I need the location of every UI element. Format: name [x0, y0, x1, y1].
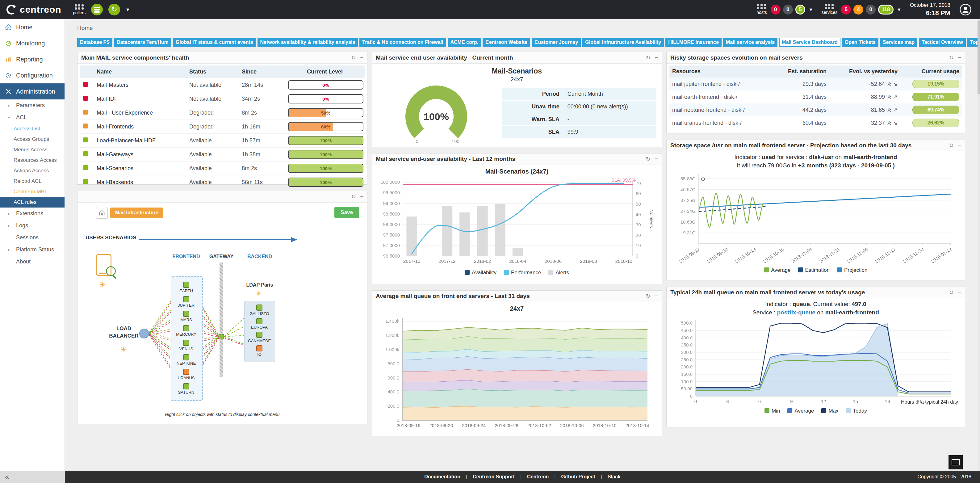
poller-refresh-icon[interactable]: ↻	[108, 4, 120, 16]
table-row[interactable]: Mail-IDFNot available34m 2s0%	[80, 92, 364, 106]
diagram-node-jupiter[interactable]: JUPITER	[174, 296, 199, 308]
refresh-icon[interactable]: ↻	[351, 193, 356, 200]
sidebar-collapse-bar[interactable]: «	[0, 471, 65, 483]
mail-infrastructure-button[interactable]: Mail Infrastructure	[110, 207, 163, 218]
breadcrumb[interactable]: Home	[65, 19, 980, 33]
collapse-icon[interactable]: −	[655, 293, 658, 300]
tab-mail-service-dashboard[interactable]: Mail Service Dashboard	[779, 38, 840, 47]
refresh-icon[interactable]: ↻	[646, 156, 650, 163]
diagram-node-europa[interactable]: EUROPA	[247, 318, 272, 330]
sidebar-item-administration[interactable]: Administration	[0, 83, 65, 99]
collapse-icon[interactable]: −	[958, 142, 961, 149]
refresh-icon[interactable]: ↻	[949, 289, 953, 296]
footer-link-slack[interactable]: Slack	[608, 474, 620, 480]
footer-link-centreon[interactable]: Centreon	[527, 474, 549, 480]
tab-global-it-status-current-events[interactable]: Global IT status & current events	[173, 38, 256, 47]
pollers-dropdown-icon[interactable]: ▾	[126, 6, 129, 13]
table-row[interactable]: mail-earth-frontend - disk-/31.4 days88.…	[669, 91, 963, 104]
sidebar-item-extensions[interactable]: ▸Extensions	[0, 207, 65, 220]
sidebar-item-sessions[interactable]: Sessions	[0, 232, 65, 244]
services-icon[interactable]: services	[822, 4, 837, 15]
sidebar-item-monitoring[interactable]: Monitoring	[0, 35, 65, 51]
table-row[interactable]: mail-jupiter-frontend - disk-/29.3 days-…	[669, 78, 963, 91]
tab-customer-journey[interactable]: Customer Journey	[532, 38, 581, 47]
status-badge[interactable]: 0	[866, 5, 876, 14]
collapse-icon[interactable]: −	[958, 289, 961, 296]
load-balancer-node[interactable]	[139, 328, 149, 338]
diagram-node-gallisto[interactable]: GALLISTO	[247, 304, 272, 316]
sidebar-item-access-groups[interactable]: Access Groups	[0, 134, 65, 145]
table-row[interactable]: mail-uranus-frontend - disk-/60.4 days-3…	[669, 116, 963, 129]
collapse-sidebar-icon[interactable]: «	[5, 472, 9, 481]
tab-hillmore-insurance[interactable]: HILLMORE Insurance	[665, 38, 722, 47]
user-profile-icon[interactable]	[959, 4, 971, 16]
tab-open-tickets[interactable]: Open Tickets	[842, 38, 878, 47]
table-row[interactable]: Load-Balancer-Mail-IDFAvailable1h 57m100…	[80, 134, 364, 148]
diagram-node-venus[interactable]: VENUS	[174, 340, 199, 351]
status-badge[interactable]: 5	[841, 5, 851, 14]
tab-tactical-overview[interactable]: Tactical Overview	[919, 38, 966, 47]
tab-global-infrastructure-availability[interactable]: Global Infrastructure Availability	[582, 38, 664, 47]
diagram-node-saturn[interactable]: SATURN	[174, 383, 199, 395]
table-row[interactable]: Mail - User ExperienceDegraded8m 2s50%	[80, 106, 364, 120]
table-row[interactable]: Mail-GatewaysAvailable1h 38m100%	[80, 148, 364, 161]
sidebar-item-reporting[interactable]: Reporting	[0, 51, 65, 67]
sidebar-item-configuration[interactable]: Configuration	[0, 67, 65, 83]
tab-database-fs[interactable]: Database FS	[77, 38, 112, 47]
refresh-icon[interactable]: ↻	[646, 293, 650, 300]
tab-centreon-website[interactable]: Centreon Website	[483, 38, 530, 47]
tab-acme-corp[interactable]: ACME corp.	[448, 38, 481, 47]
collapse-icon[interactable]: −	[958, 54, 961, 61]
save-button[interactable]: Save	[334, 207, 359, 218]
table-row[interactable]: Mail-BackendsAvailable56m 11s100%	[80, 175, 364, 189]
tab-services-map[interactable]: Services map	[880, 38, 917, 47]
sidebar-item-reload-acl[interactable]: Reload ACL	[0, 176, 65, 187]
gateway-node[interactable]	[219, 334, 224, 340]
sidebar-item-home[interactable]: Home	[0, 19, 65, 35]
refresh-icon[interactable]: ↻	[351, 54, 356, 61]
table-row[interactable]: Mail-ScenariosAvailable8m 2s100%	[80, 161, 364, 175]
status-badge[interactable]: 5	[795, 5, 805, 14]
footer-link-github-project[interactable]: Github Project	[561, 474, 595, 480]
refresh-icon[interactable]: ↻	[949, 54, 953, 61]
diagram-node-neptune[interactable]: NEPTUNE	[174, 354, 199, 366]
collapse-icon[interactable]: −	[360, 193, 363, 200]
pollers-icon[interactable]: pollers	[73, 4, 86, 15]
tab-mail-service-analysis[interactable]: Mail service analysis	[723, 38, 778, 47]
refresh-icon[interactable]: ↻	[646, 54, 650, 61]
hosts-icon[interactable]: hosts	[756, 4, 767, 15]
poller-database-icon[interactable]	[91, 4, 103, 16]
sidebar-item-logs[interactable]: ▸Logs	[0, 220, 65, 232]
sidebar-item-actions-access[interactable]: Actions Access	[0, 166, 65, 176]
sidebar-item-centreon-mbi[interactable]: Centreon MBI	[0, 187, 65, 197]
tab-trafic-nb-connection-on-firewall[interactable]: Trafic & Nb connection on Firewall	[360, 38, 446, 47]
sidebar-item-platform-status[interactable]: ▸Platform Status	[0, 244, 65, 256]
hosts-dropdown-icon[interactable]: ▾	[810, 6, 812, 13]
sidebar-item-acl-rules[interactable]: ACL rules	[0, 197, 65, 207]
collapse-icon[interactable]: −	[655, 156, 658, 163]
tab-network-availability-reliability-analysis[interactable]: Network availability & reliability analy…	[258, 38, 358, 47]
status-badge[interactable]: 4	[853, 5, 863, 14]
footer-link-documentation[interactable]: Documentation	[424, 474, 460, 480]
sidebar-item-parameters[interactable]: ▸Parameters	[0, 99, 65, 112]
fullscreen-toggle[interactable]	[948, 455, 963, 469]
home-chip-icon[interactable]	[96, 207, 108, 218]
collapse-icon[interactable]: −	[655, 54, 658, 61]
diagram-node-uranus[interactable]: URANUS	[174, 369, 199, 380]
status-badge[interactable]: 0	[783, 5, 793, 14]
sidebar-item-access-list[interactable]: Access List	[0, 124, 65, 134]
sidebar-item-menus-access[interactable]: Menus Access	[0, 145, 65, 155]
status-badge[interactable]: 118	[878, 5, 893, 14]
scrollbar[interactable]	[978, 19, 980, 471]
scrollbar-thumb[interactable]	[978, 21, 980, 94]
diagram-node-ganymede[interactable]: GANYMEDE	[247, 332, 272, 343]
footer-link-centreon-support[interactable]: Centreon Support	[473, 474, 515, 480]
sidebar-item-resources-access[interactable]: Resources Access	[0, 155, 65, 166]
sidebar-item-about[interactable]: About	[0, 256, 65, 268]
table-row[interactable]: Mail-MastersNot available28m 14s0%	[80, 78, 364, 92]
diagram-node-earth[interactable]: EARTH	[174, 282, 199, 293]
diagram-node-mars[interactable]: MARS	[174, 311, 199, 322]
diagram-node-io[interactable]: IO	[247, 345, 272, 357]
services-dropdown-icon[interactable]: ▾	[898, 6, 900, 13]
diagram-node-mercury[interactable]: MERCURY	[174, 325, 199, 336]
